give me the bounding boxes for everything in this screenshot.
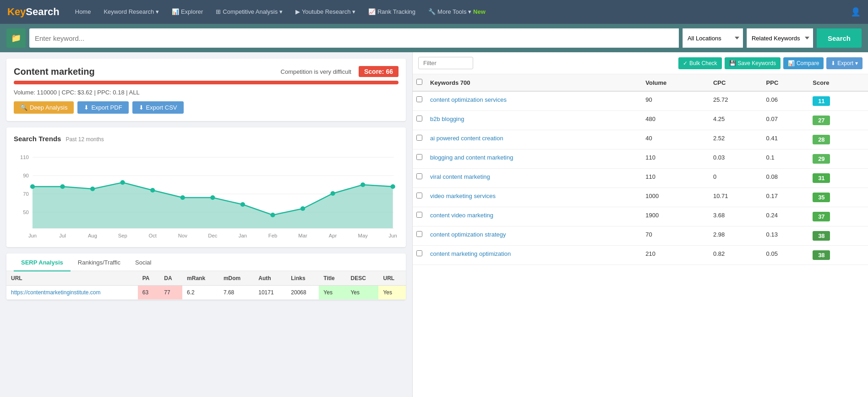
bulk-check-button[interactable]: ✓ Bulk Check	[678, 57, 722, 69]
serp-title: Yes	[319, 286, 346, 300]
save-keywords-button[interactable]: 💾 Save Keywords	[725, 57, 781, 69]
keyword-type-select[interactable]: Related Keywords Exact Match Broad Match…	[747, 28, 813, 48]
serp-mrank: 6.2	[182, 286, 219, 300]
tab-rankings-traffic[interactable]: Rankings/Traffic	[71, 254, 128, 271]
keyword-row: ai powered content creation 40 2.52 0.41…	[413, 130, 868, 149]
score-pill: 38	[813, 250, 830, 260]
export-button[interactable]: ⬇ Export ▾	[826, 57, 863, 69]
keyword-link[interactable]: content video marketing	[430, 212, 493, 219]
col-score-header: Score	[809, 74, 868, 91]
row-cpc: 0.03	[710, 149, 763, 169]
row-keyword[interactable]: viral content marketing	[426, 169, 642, 188]
svg-point-16	[240, 202, 245, 207]
svg-point-18	[300, 206, 305, 211]
row-checkbox[interactable]	[416, 212, 422, 218]
row-checkbox-cell[interactable]	[413, 149, 426, 169]
row-checkbox[interactable]	[416, 193, 422, 198]
row-checkbox-cell[interactable]	[413, 130, 426, 149]
row-checkbox[interactable]	[416, 231, 422, 237]
save-icon: 💾	[729, 60, 736, 66]
user-menu[interactable]: 👤	[851, 7, 861, 17]
row-checkbox-cell[interactable]	[413, 91, 426, 111]
row-keyword[interactable]: content video marketing	[426, 207, 642, 226]
search-bar-folder-icon[interactable]: 📁	[6, 28, 26, 48]
youtube-icon: ▶	[295, 0, 300, 24]
keyword-link[interactable]: b2b blogging	[430, 116, 464, 122]
keyword-link[interactable]: ai powered content creation	[430, 135, 503, 142]
compare-button[interactable]: 📊 Compare	[783, 57, 824, 69]
serp-desc: Yes	[346, 286, 378, 300]
keywords-table-wrapper: Keywords 700 Volume CPC PPC Score conten…	[413, 74, 868, 397]
keyword-link[interactable]: content marketing optimization	[430, 250, 511, 257]
row-ppc: 0.1	[763, 149, 809, 169]
row-keyword[interactable]: blogging and content marketing	[426, 149, 642, 169]
row-score: 38	[809, 226, 868, 246]
row-checkbox-cell[interactable]	[413, 207, 426, 226]
keywords-table: Keywords 700 Volume CPC PPC Score conten…	[413, 74, 868, 265]
export-pdf-button[interactable]: ⬇ Export PDF	[77, 101, 128, 114]
nav-youtube-research[interactable]: ▶ Youtube Research ▾	[291, 0, 360, 24]
row-volume: 90	[642, 91, 710, 111]
nav-keyword-research[interactable]: Keyword Research ▾	[99, 0, 163, 24]
tab-social[interactable]: Social	[128, 254, 158, 271]
row-checkbox-cell[interactable]	[413, 226, 426, 246]
deep-analysis-button[interactable]: 🔍 Deep Analysis	[14, 101, 74, 114]
serp-mdom: 7.68	[219, 286, 254, 300]
checkmark-icon: ✓	[683, 60, 688, 66]
row-cpc: 4.25	[710, 111, 763, 130]
row-keyword[interactable]: video marketing services	[426, 188, 642, 207]
row-checkbox[interactable]	[416, 173, 422, 179]
row-checkbox-cell[interactable]	[413, 188, 426, 207]
row-volume: 1900	[642, 207, 710, 226]
nav-explorer[interactable]: 📊 Explorer	[167, 0, 207, 24]
row-volume: 480	[642, 111, 710, 130]
logo[interactable]: KeySearch	[7, 6, 60, 18]
row-volume: 40	[642, 130, 710, 149]
serp-url[interactable]: https://contentmarketinginstitute.com	[6, 286, 138, 300]
row-checkbox-cell[interactable]	[413, 246, 426, 265]
search-button[interactable]: Search	[817, 28, 862, 48]
serp-links: 20068	[286, 286, 319, 300]
row-keyword[interactable]: content marketing optimization	[426, 246, 642, 265]
row-score: 38	[809, 246, 868, 265]
search-icon: 🔍	[20, 104, 27, 111]
export-csv-button[interactable]: ⬇ Export CSV	[132, 101, 184, 114]
svg-text:50: 50	[23, 210, 29, 215]
row-checkbox[interactable]	[416, 135, 422, 141]
keyword-link[interactable]: video marketing services	[430, 193, 496, 199]
svg-point-12	[120, 180, 125, 185]
row-score: 28	[809, 130, 868, 149]
keyword-link[interactable]: content optimization strategy	[430, 231, 506, 238]
nav-competitive-analysis[interactable]: ⊞ Competitive Analysis ▾	[211, 0, 287, 24]
svg-text:Aug: Aug	[88, 233, 97, 238]
svg-text:Dec: Dec	[208, 233, 217, 238]
score-badge: Score: 66	[359, 66, 399, 77]
keyword-link[interactable]: content optimization services	[430, 96, 507, 103]
svg-text:70: 70	[23, 191, 29, 197]
keyword-link[interactable]: blogging and content marketing	[430, 154, 513, 161]
nav-home[interactable]: Home	[71, 0, 96, 24]
row-cpc: 2.98	[710, 226, 763, 246]
row-keyword[interactable]: content optimization strategy	[426, 226, 642, 246]
location-select[interactable]: All Locations United States United Kingd…	[682, 28, 743, 48]
col-auth: Auth	[254, 271, 286, 286]
nav-rank-tracking[interactable]: 📈 Rank Tracking	[364, 0, 420, 24]
competition-label: Competition is very difficult	[281, 68, 351, 75]
row-checkbox[interactable]	[416, 250, 422, 256]
search-input[interactable]: content marketing	[29, 28, 679, 48]
row-checkbox[interactable]	[416, 116, 422, 121]
right-toolbar: ✓ Bulk Check 💾 Save Keywords 📊 Compare ⬇…	[413, 52, 868, 74]
tab-serp-analysis[interactable]: SERP Analysis	[14, 254, 71, 271]
col-keywords-header: Keywords 700	[426, 74, 642, 91]
select-all-checkbox[interactable]	[416, 79, 422, 85]
row-keyword[interactable]: ai powered content creation	[426, 130, 642, 149]
filter-input[interactable]	[418, 57, 473, 69]
row-checkbox-cell[interactable]	[413, 111, 426, 130]
row-checkbox-cell[interactable]	[413, 169, 426, 188]
row-checkbox[interactable]	[416, 96, 422, 102]
row-keyword[interactable]: content optimization services	[426, 91, 642, 111]
keyword-link[interactable]: viral content marketing	[430, 173, 490, 180]
row-checkbox[interactable]	[416, 154, 422, 160]
nav-more-tools[interactable]: 🔧 More Tools ▾ New	[424, 0, 490, 24]
row-keyword[interactable]: b2b blogging	[426, 111, 642, 130]
